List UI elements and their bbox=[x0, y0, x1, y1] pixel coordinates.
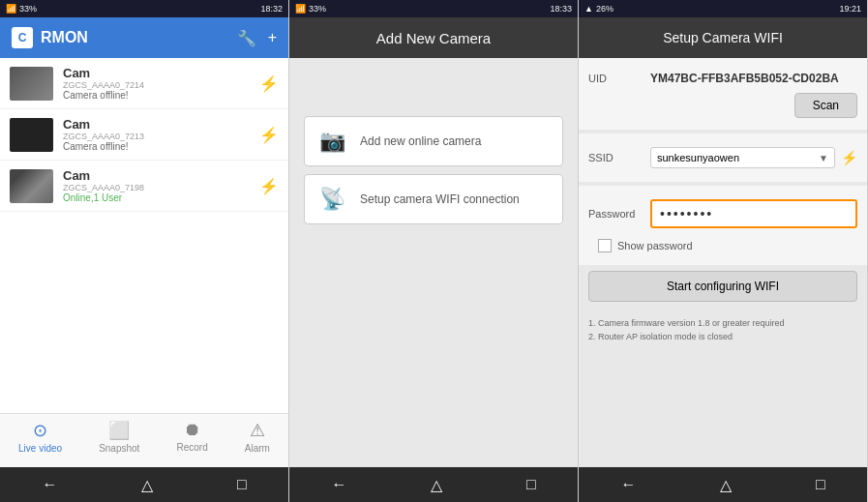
ssid-value: sunkesunyaowen bbox=[657, 152, 739, 163]
flash-icon-2[interactable]: ⚡ bbox=[259, 126, 279, 144]
screen-setup-wifi: ▲ 26% 19:21 Setup Camera WIFI UID YM47BC… bbox=[579, 0, 868, 502]
configure-label: Start configuring WIFI bbox=[667, 280, 779, 293]
screen-add-camera: 📶 33% 18:33 Add New Camera 📷 Add new onl… bbox=[289, 0, 579, 502]
camera-name-1: Cam bbox=[63, 66, 250, 80]
uid-section: UID YM47BC-FFB3AFB5B052-CD02BA Scan bbox=[579, 58, 867, 130]
setup-wifi-body: UID YM47BC-FFB3AFB5B052-CD02BA Scan SSID… bbox=[579, 58, 867, 467]
nav-snapshot[interactable]: ⬜ Snapshot bbox=[99, 420, 139, 463]
signal-text: 33% bbox=[19, 4, 37, 14]
camera-status-3: Online,1 User bbox=[63, 192, 250, 203]
status-bar-2: 📶 33% 18:33 bbox=[289, 0, 578, 17]
rmon-icon-box: C bbox=[12, 27, 33, 48]
camera-name-3: Cam bbox=[63, 168, 250, 183]
nav-record-label: Record bbox=[176, 442, 207, 453]
time-1: 18:32 bbox=[260, 4, 283, 14]
home-btn-1[interactable]: △ bbox=[141, 476, 153, 494]
add-icon[interactable]: + bbox=[268, 29, 277, 46]
system-nav-3: ← △ □ bbox=[579, 467, 867, 502]
wifi-icon-3: ▲ bbox=[584, 4, 593, 14]
record-icon: ⏺ bbox=[184, 420, 201, 440]
camera-item-3[interactable]: Cam ZGCS_AAAA0_7198 Online,1 User ⚡ bbox=[0, 161, 288, 212]
setup-wifi-camera-btn[interactable]: 📡 Setup camera WIFI connection bbox=[304, 174, 563, 224]
signal-text-3: 26% bbox=[596, 4, 614, 14]
ssid-label: SSID bbox=[588, 152, 644, 163]
recent-btn-2[interactable]: □ bbox=[526, 476, 536, 493]
status-bar-1: 📶 33% 18:32 bbox=[0, 0, 288, 17]
header-actions: 🔧 + bbox=[237, 29, 277, 47]
scan-button[interactable]: Scan bbox=[794, 93, 857, 118]
password-section: Password •••••••• Show password bbox=[579, 186, 867, 265]
wrench-icon[interactable]: 🔧 bbox=[237, 29, 256, 47]
add-online-label: Add new online camera bbox=[360, 134, 481, 148]
status-right-3: 19:21 bbox=[839, 4, 861, 14]
uid-label: UID bbox=[588, 73, 644, 84]
app-header-1: C RMON 🔧 + bbox=[0, 17, 288, 58]
uid-row: UID YM47BC-FFB3AFB5B052-CD02BA bbox=[588, 66, 857, 91]
camera-thumb-1 bbox=[10, 67, 53, 101]
status-left-2: 📶 33% bbox=[295, 4, 326, 14]
status-left-3: ▲ 26% bbox=[584, 4, 614, 14]
add-camera-title: Add New Camera bbox=[376, 30, 491, 46]
password-row: Password •••••••• bbox=[588, 193, 857, 234]
camera-item-1[interactable]: Cam ZGCS_AAAA0_7214 Camera offline! ⚡ bbox=[0, 58, 288, 109]
home-btn-3[interactable]: △ bbox=[720, 476, 732, 494]
sim-icon-2: 📶 bbox=[295, 4, 306, 14]
recent-btn-3[interactable]: □ bbox=[816, 476, 825, 493]
camera-id-1: ZGCS_AAAA0_7214 bbox=[63, 80, 250, 90]
add-camera-header: Add New Camera bbox=[289, 17, 578, 58]
ssid-dropdown[interactable]: sunkesunyaowen ▼ bbox=[650, 147, 835, 168]
sim-icon: 📶 bbox=[6, 4, 16, 14]
bottom-nav-1: ⊙ Live video ⬜ Snapshot ⏺ Record ⚠ Alarm bbox=[0, 413, 288, 467]
online-camera-icon: 📷 bbox=[319, 129, 345, 154]
uid-value: YM47BC-FFB3AFB5B052-CD02BA bbox=[650, 72, 857, 85]
nav-alarm[interactable]: ⚠ Alarm bbox=[245, 420, 270, 463]
camera-item-2[interactable]: Cam ZGCS_AAAA0_7213 Camera offline! ⚡ bbox=[0, 109, 288, 161]
recent-btn-1[interactable]: □ bbox=[237, 476, 247, 493]
ssid-section: SSID sunkesunyaowen ▼ ⚡ bbox=[579, 133, 867, 182]
camera-info-2: Cam ZGCS_AAAA0_7213 Camera offline! bbox=[63, 117, 250, 152]
nav-live-video[interactable]: ⊙ Live video bbox=[18, 420, 62, 463]
setup-wifi-label: Setup camera WIFI connection bbox=[360, 192, 520, 206]
system-nav-1: ← △ □ bbox=[0, 467, 288, 502]
time-2: 18:33 bbox=[550, 4, 572, 14]
info-line-1: 1. Camera firmware version 1.8 or greate… bbox=[588, 317, 857, 331]
camera-thumb-2 bbox=[10, 118, 53, 152]
camera-list: Cam ZGCS_AAAA0_7214 Camera offline! ⚡ Ca… bbox=[0, 58, 288, 413]
nav-snapshot-label: Snapshot bbox=[99, 443, 139, 454]
status-bar-3: ▲ 26% 19:21 bbox=[579, 0, 867, 17]
wifi-camera-icon: 📡 bbox=[319, 187, 345, 212]
header-title-group: C RMON bbox=[12, 27, 88, 48]
flash-icon-1[interactable]: ⚡ bbox=[259, 74, 279, 93]
show-password-checkbox[interactable] bbox=[598, 239, 612, 252]
password-dots: •••••••• bbox=[660, 206, 713, 221]
configure-wifi-button[interactable]: Start configuring WIFI bbox=[588, 271, 857, 302]
setup-wifi-title: Setup Camera WIFI bbox=[663, 30, 783, 45]
snapshot-icon: ⬜ bbox=[108, 420, 130, 441]
system-nav-2: ← △ □ bbox=[289, 467, 578, 502]
password-label: Password bbox=[588, 208, 644, 220]
alarm-icon: ⚠ bbox=[250, 420, 265, 441]
signal-text-2: 33% bbox=[309, 4, 326, 14]
nav-alarm-label: Alarm bbox=[245, 443, 270, 454]
rmon-icon-letter: C bbox=[18, 31, 27, 44]
status-right-1: 18:32 bbox=[260, 4, 283, 14]
back-btn-3[interactable]: ← bbox=[620, 476, 636, 493]
nav-record[interactable]: ⏺ Record bbox=[176, 420, 207, 463]
screen-rmon: 📶 33% 18:32 C RMON 🔧 + Cam ZGCS_AAAA0_72… bbox=[0, 0, 289, 502]
show-password-row: Show password bbox=[588, 234, 857, 257]
app-title: RMON bbox=[41, 29, 88, 46]
back-btn-2[interactable]: ← bbox=[331, 476, 346, 493]
info-line-2: 2. Router AP isolation mode is closed bbox=[588, 331, 857, 344]
wifi-flash-icon[interactable]: ⚡ bbox=[841, 150, 857, 165]
show-password-label: Show password bbox=[617, 240, 693, 251]
nav-live-label: Live video bbox=[18, 443, 62, 454]
back-btn-1[interactable]: ← bbox=[42, 476, 57, 493]
time-3: 19:21 bbox=[839, 4, 861, 14]
password-input[interactable]: •••••••• bbox=[650, 199, 857, 228]
flash-icon-3[interactable]: ⚡ bbox=[259, 177, 279, 195]
camera-name-2: Cam bbox=[63, 117, 250, 132]
add-online-camera-btn[interactable]: 📷 Add new online camera bbox=[304, 116, 563, 166]
status-right-2: 18:33 bbox=[550, 4, 572, 14]
camera-status-1: Camera offline! bbox=[63, 90, 250, 101]
home-btn-2[interactable]: △ bbox=[431, 476, 442, 494]
